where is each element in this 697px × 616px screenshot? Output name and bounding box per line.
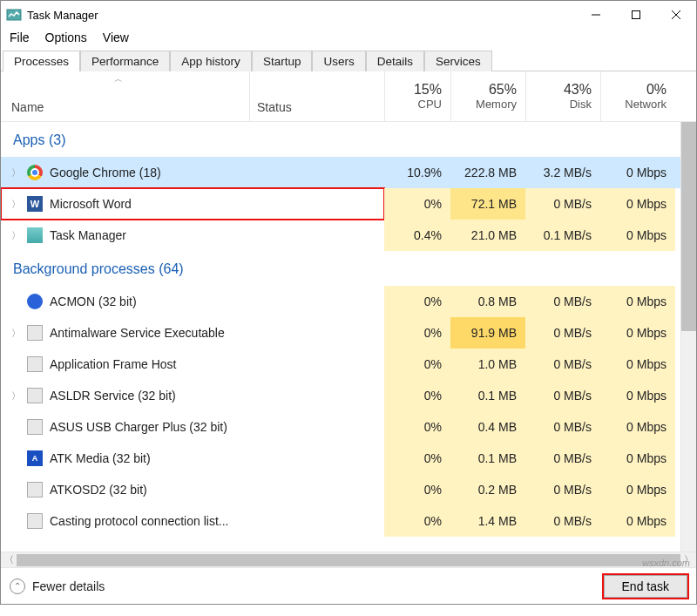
- generic-icon: [27, 325, 43, 341]
- process-name: ATKOSD2 (32 bit): [50, 483, 147, 497]
- chrome-icon: [27, 165, 43, 180]
- sort-indicator-icon: ︿: [114, 73, 123, 85]
- header-cpu[interactable]: 15% CPU: [384, 71, 450, 121]
- group-background[interactable]: Background processes (64): [1, 251, 680, 286]
- header-disk[interactable]: 43% Disk: [525, 71, 600, 121]
- process-name: Google Chrome (18): [50, 166, 161, 179]
- expand-icon[interactable]: 〉: [11, 229, 20, 242]
- task-manager-icon: [27, 227, 43, 243]
- scrollbar-thumb[interactable]: [681, 122, 696, 331]
- task-manager-window: Task Manager File Options View Processes…: [0, 0, 697, 605]
- header-memory[interactable]: 65% Memory: [450, 71, 525, 121]
- process-name: ATK Media (32 bit): [50, 451, 151, 465]
- menu-options[interactable]: Options: [45, 30, 87, 44]
- fewer-details-button[interactable]: ⌃ Fewer details: [10, 579, 105, 594]
- process-row[interactable]: 〉Google Chrome (18) 10.9% 222.8 MB 3.2 M…: [1, 157, 680, 188]
- scroll-left-icon[interactable]: 〈: [1, 553, 17, 566]
- cpu-usage-pct: 15%: [414, 82, 442, 98]
- horizontal-scrollbar[interactable]: 〈 〉: [1, 552, 696, 567]
- maximize-button[interactable]: [616, 1, 656, 29]
- process-row[interactable]: 〉Application Frame Host 0%1.0 MB0 MB/s0 …: [1, 349, 680, 380]
- header-network[interactable]: 0% Network: [600, 71, 675, 121]
- titlebar[interactable]: Task Manager: [1, 1, 696, 29]
- collapse-icon: ⌃: [10, 579, 25, 594]
- end-task-button[interactable]: End task: [604, 575, 687, 598]
- svg-rect-2: [633, 11, 640, 19]
- tab-users[interactable]: Users: [312, 51, 365, 71]
- disk-usage-pct: 43%: [564, 82, 592, 98]
- expand-icon[interactable]: 〉: [11, 166, 20, 179]
- atk-icon: A: [27, 450, 43, 466]
- watermark: wsxdn.com: [642, 558, 690, 568]
- scrollbar-thumb[interactable]: [17, 554, 680, 566]
- expand-icon[interactable]: 〉: [11, 327, 20, 340]
- tab-app-history[interactable]: App history: [170, 51, 252, 71]
- network-usage-pct: 0%: [646, 82, 667, 98]
- process-name: Casting protocol connection list...: [50, 514, 228, 528]
- window-title: Task Manager: [27, 9, 576, 22]
- process-name: ASUS USB Charger Plus (32 bit): [50, 420, 227, 434]
- menu-view[interactable]: View: [103, 30, 129, 44]
- process-row[interactable]: 〉ASLDR Service (32 bit) 0%0.1 MB0 MB/s0 …: [1, 380, 680, 411]
- vertical-scrollbar[interactable]: [680, 122, 696, 552]
- tab-bar: Processes Performance App history Startu…: [1, 50, 696, 71]
- expand-icon[interactable]: 〉: [11, 198, 20, 211]
- process-row[interactable]: 〉WMicrosoft Word: [1, 188, 384, 220]
- app-icon: [6, 7, 22, 23]
- generic-icon: [27, 482, 43, 498]
- tab-processes[interactable]: Processes: [3, 51, 80, 71]
- generic-icon: [27, 388, 43, 403]
- process-row[interactable]: 〉AATK Media (32 bit) 0%0.1 MB0 MB/s0 Mbp…: [1, 443, 680, 474]
- process-row[interactable]: 〉ACMON (32 bit) 0%0.8 MB0 MB/s0 Mbps: [1, 286, 680, 317]
- header-name[interactable]: Name: [1, 71, 249, 121]
- process-name: ASLDR Service (32 bit): [50, 389, 176, 403]
- process-row[interactable]: 〉ASUS USB Charger Plus (32 bit) 0%0.4 MB…: [1, 411, 680, 443]
- window-controls: [576, 1, 696, 29]
- process-name: Application Frame Host: [50, 357, 177, 371]
- expand-icon[interactable]: 〉: [11, 389, 20, 403]
- process-name: Task Manager: [50, 228, 126, 242]
- column-headers: ︿ Name Status 15% CPU 65% Memory 43% Dis…: [1, 71, 696, 122]
- generic-icon: [27, 356, 43, 372]
- generic-icon: [27, 513, 43, 529]
- generic-icon: [27, 294, 43, 309]
- memory-usage-pct: 65%: [489, 82, 517, 98]
- menu-file[interactable]: File: [10, 30, 30, 44]
- process-row[interactable]: 〉Antimalware Service Executable 0%91.9 M…: [1, 317, 680, 349]
- process-name: Antimalware Service Executable: [50, 326, 225, 340]
- process-name: Microsoft Word: [50, 197, 132, 211]
- process-row[interactable]: 〉Casting protocol connection list... 0%1…: [1, 505, 680, 537]
- word-icon: W: [27, 196, 43, 212]
- process-list: Apps (3) 〉Google Chrome (18) 10.9% 222.8…: [1, 122, 696, 552]
- tab-performance[interactable]: Performance: [80, 51, 170, 71]
- process-row[interactable]: 〉Task Manager 0.4% 21.0 MB 0.1 MB/s 0 Mb…: [1, 220, 680, 251]
- group-apps[interactable]: Apps (3): [1, 122, 680, 157]
- minimize-button[interactable]: [576, 1, 616, 29]
- tab-services[interactable]: Services: [424, 51, 492, 71]
- tab-details[interactable]: Details: [366, 51, 424, 71]
- menubar: File Options View: [1, 29, 696, 50]
- close-button[interactable]: [656, 1, 696, 29]
- usb-icon: [27, 419, 43, 435]
- process-row[interactable]: 〉ATKOSD2 (32 bit) 0%0.2 MB0 MB/s0 Mbps: [1, 474, 680, 505]
- tab-startup[interactable]: Startup: [252, 51, 313, 71]
- header-status[interactable]: Status: [249, 71, 384, 121]
- process-name: ACMON (32 bit): [50, 294, 137, 308]
- footer: ⌃ Fewer details End task: [1, 567, 696, 604]
